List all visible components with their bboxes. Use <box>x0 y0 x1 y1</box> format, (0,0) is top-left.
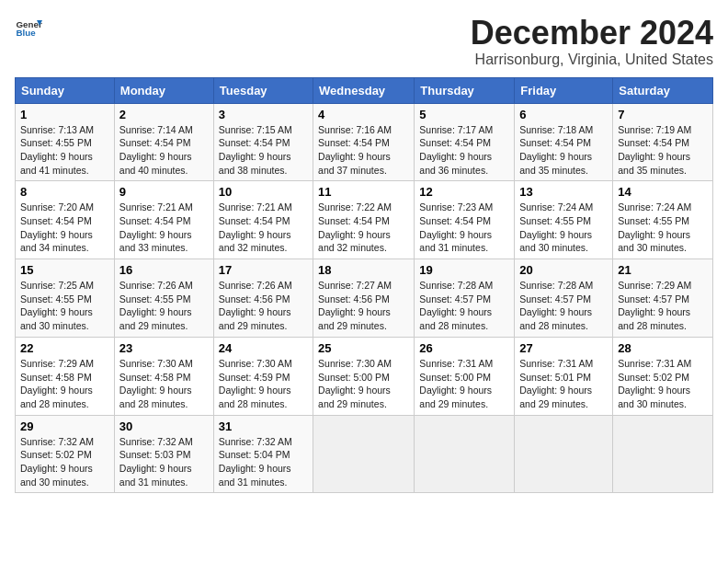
day-info: Sunrise: 7:32 AM Sunset: 5:04 PM Dayligh… <box>219 436 292 488</box>
day-info: Sunrise: 7:13 AM Sunset: 4:55 PM Dayligh… <box>20 124 94 176</box>
day-info: Sunrise: 7:28 AM Sunset: 4:57 PM Dayligh… <box>519 280 593 331</box>
day-info: Sunrise: 7:30 AM Sunset: 4:58 PM Dayligh… <box>119 358 193 409</box>
calendar-cell: 27Sunrise: 7:31 AM Sunset: 5:01 PM Dayli… <box>515 337 613 415</box>
day-number: 8 <box>20 185 109 199</box>
day-info: Sunrise: 7:23 AM Sunset: 4:54 PM Dayligh… <box>419 201 493 253</box>
day-number: 23 <box>119 341 209 355</box>
day-number: 13 <box>519 185 608 199</box>
column-header-wednesday: Wednesday <box>313 77 415 103</box>
column-header-saturday: Saturday <box>613 77 713 103</box>
calendar-cell: 31Sunrise: 7:32 AM Sunset: 5:04 PM Dayli… <box>213 415 313 493</box>
day-number: 1 <box>20 108 109 121</box>
day-info: Sunrise: 7:25 AM Sunset: 4:55 PM Dayligh… <box>20 280 94 331</box>
calendar-cell: 13Sunrise: 7:24 AM Sunset: 4:55 PM Dayli… <box>515 181 613 259</box>
day-info: Sunrise: 7:14 AM Sunset: 4:54 PM Dayligh… <box>119 124 193 176</box>
calendar-cell: 22Sunrise: 7:29 AM Sunset: 4:58 PM Dayli… <box>16 337 115 415</box>
day-number: 16 <box>119 263 209 277</box>
day-info: Sunrise: 7:32 AM Sunset: 5:02 PM Dayligh… <box>20 436 94 488</box>
calendar-cell: 10Sunrise: 7:21 AM Sunset: 4:54 PM Dayli… <box>213 181 313 259</box>
day-number: 27 <box>519 341 608 355</box>
week-row: 22Sunrise: 7:29 AM Sunset: 4:58 PM Dayli… <box>16 337 713 415</box>
column-header-thursday: Thursday <box>415 77 515 103</box>
week-row: 15Sunrise: 7:25 AM Sunset: 4:55 PM Dayli… <box>16 259 713 338</box>
calendar-cell <box>415 415 515 493</box>
day-info: Sunrise: 7:29 AM Sunset: 4:58 PM Dayligh… <box>20 358 94 409</box>
day-number: 14 <box>618 185 708 199</box>
day-number: 4 <box>318 108 409 121</box>
day-info: Sunrise: 7:31 AM Sunset: 5:00 PM Dayligh… <box>419 358 493 409</box>
calendar-cell: 9Sunrise: 7:21 AM Sunset: 4:54 PM Daylig… <box>114 181 213 259</box>
calendar-cell: 20Sunrise: 7:28 AM Sunset: 4:57 PM Dayli… <box>515 259 613 338</box>
day-number: 9 <box>119 185 209 199</box>
calendar-cell: 23Sunrise: 7:30 AM Sunset: 4:58 PM Dayli… <box>114 337 213 415</box>
calendar-cell: 18Sunrise: 7:27 AM Sunset: 4:56 PM Dayli… <box>313 259 415 338</box>
calendar-cell: 17Sunrise: 7:26 AM Sunset: 4:56 PM Dayli… <box>213 259 313 338</box>
calendar-cell: 29Sunrise: 7:32 AM Sunset: 5:02 PM Dayli… <box>16 415 115 493</box>
day-info: Sunrise: 7:32 AM Sunset: 5:03 PM Dayligh… <box>119 436 193 488</box>
calendar-cell: 19Sunrise: 7:28 AM Sunset: 4:57 PM Dayli… <box>415 259 515 338</box>
day-info: Sunrise: 7:30 AM Sunset: 5:00 PM Dayligh… <box>318 358 392 409</box>
day-info: Sunrise: 7:30 AM Sunset: 4:59 PM Dayligh… <box>219 358 292 409</box>
logo-icon: General Blue <box>15 15 42 42</box>
calendar-cell: 2Sunrise: 7:14 AM Sunset: 4:54 PM Daylig… <box>114 103 213 181</box>
day-info: Sunrise: 7:28 AM Sunset: 4:57 PM Dayligh… <box>419 280 493 331</box>
day-number: 21 <box>618 263 708 277</box>
day-info: Sunrise: 7:31 AM Sunset: 5:01 PM Dayligh… <box>519 358 593 409</box>
calendar-cell: 6Sunrise: 7:18 AM Sunset: 4:54 PM Daylig… <box>515 103 613 181</box>
calendar-cell: 11Sunrise: 7:22 AM Sunset: 4:54 PM Dayli… <box>313 181 415 259</box>
calendar-cell: 25Sunrise: 7:30 AM Sunset: 5:00 PM Dayli… <box>313 337 415 415</box>
day-number: 5 <box>419 108 509 121</box>
day-number: 22 <box>20 341 109 355</box>
week-row: 8Sunrise: 7:20 AM Sunset: 4:54 PM Daylig… <box>16 181 713 259</box>
day-info: Sunrise: 7:29 AM Sunset: 4:57 PM Dayligh… <box>618 280 691 331</box>
calendar-cell: 28Sunrise: 7:31 AM Sunset: 5:02 PM Dayli… <box>613 337 713 415</box>
day-info: Sunrise: 7:27 AM Sunset: 4:56 PM Dayligh… <box>318 280 392 331</box>
column-header-tuesday: Tuesday <box>213 77 313 103</box>
calendar-cell: 14Sunrise: 7:24 AM Sunset: 4:55 PM Dayli… <box>613 181 713 259</box>
day-info: Sunrise: 7:21 AM Sunset: 4:54 PM Dayligh… <box>219 201 292 253</box>
day-number: 3 <box>219 108 308 121</box>
day-number: 18 <box>318 263 409 277</box>
day-info: Sunrise: 7:18 AM Sunset: 4:54 PM Dayligh… <box>519 124 593 176</box>
day-number: 17 <box>219 263 308 277</box>
calendar-cell: 16Sunrise: 7:26 AM Sunset: 4:55 PM Dayli… <box>114 259 213 338</box>
column-header-monday: Monday <box>114 77 213 103</box>
logo: General Blue <box>15 15 42 42</box>
day-number: 15 <box>20 263 109 277</box>
calendar-title: December 2024 <box>471 15 713 52</box>
svg-text:Blue: Blue <box>17 28 37 38</box>
calendar-cell: 24Sunrise: 7:30 AM Sunset: 4:59 PM Dayli… <box>213 337 313 415</box>
day-info: Sunrise: 7:21 AM Sunset: 4:54 PM Dayligh… <box>119 201 193 253</box>
calendar-cell: 7Sunrise: 7:19 AM Sunset: 4:54 PM Daylig… <box>613 103 713 181</box>
day-number: 26 <box>419 341 509 355</box>
day-number: 25 <box>318 341 409 355</box>
calendar-cell: 1Sunrise: 7:13 AM Sunset: 4:55 PM Daylig… <box>16 103 115 181</box>
column-header-sunday: Sunday <box>16 77 115 103</box>
day-info: Sunrise: 7:22 AM Sunset: 4:54 PM Dayligh… <box>318 201 392 253</box>
calendar-cell: 4Sunrise: 7:16 AM Sunset: 4:54 PM Daylig… <box>313 103 415 181</box>
day-info: Sunrise: 7:26 AM Sunset: 4:55 PM Dayligh… <box>119 280 193 331</box>
calendar-cell <box>515 415 613 493</box>
calendar-cell <box>613 415 713 493</box>
day-number: 24 <box>219 341 308 355</box>
day-number: 30 <box>119 419 209 433</box>
title-section: December 2024 Harrisonburg, Virginia, Un… <box>471 15 713 68</box>
week-row: 29Sunrise: 7:32 AM Sunset: 5:02 PM Dayli… <box>16 415 713 493</box>
calendar-cell: 8Sunrise: 7:20 AM Sunset: 4:54 PM Daylig… <box>16 181 115 259</box>
day-number: 11 <box>318 185 409 199</box>
day-number: 6 <box>519 108 608 121</box>
page-header: General Blue December 2024 Harrisonburg,… <box>15 15 713 68</box>
calendar-cell: 3Sunrise: 7:15 AM Sunset: 4:54 PM Daylig… <box>213 103 313 181</box>
day-info: Sunrise: 7:15 AM Sunset: 4:54 PM Dayligh… <box>219 124 292 176</box>
column-header-friday: Friday <box>515 77 613 103</box>
day-info: Sunrise: 7:24 AM Sunset: 4:55 PM Dayligh… <box>618 201 691 253</box>
day-number: 7 <box>618 108 708 121</box>
day-info: Sunrise: 7:17 AM Sunset: 4:54 PM Dayligh… <box>419 124 493 176</box>
day-info: Sunrise: 7:26 AM Sunset: 4:56 PM Dayligh… <box>219 280 292 331</box>
day-number: 10 <box>219 185 308 199</box>
calendar-cell: 26Sunrise: 7:31 AM Sunset: 5:00 PM Dayli… <box>415 337 515 415</box>
day-number: 28 <box>618 341 708 355</box>
calendar-header: SundayMondayTuesdayWednesdayThursdayFrid… <box>16 77 713 103</box>
day-info: Sunrise: 7:16 AM Sunset: 4:54 PM Dayligh… <box>318 124 392 176</box>
calendar-cell: 5Sunrise: 7:17 AM Sunset: 4:54 PM Daylig… <box>415 103 515 181</box>
